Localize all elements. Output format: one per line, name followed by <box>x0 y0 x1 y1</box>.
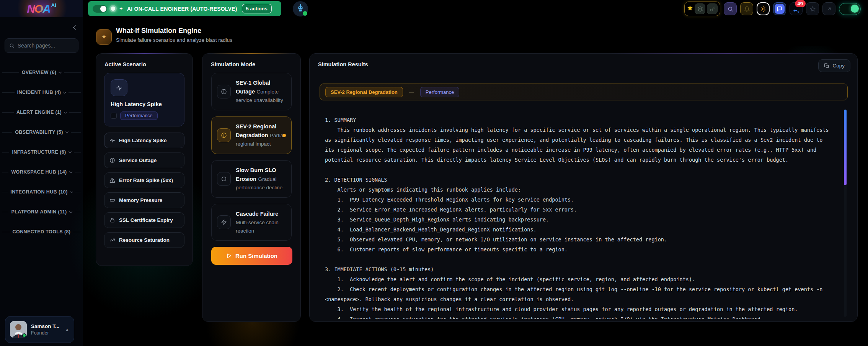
chevron-down-icon <box>65 130 69 133</box>
sun-icon <box>760 6 766 12</box>
scenario-high-latency-spike[interactable]: High Latency Spike <box>104 133 184 148</box>
notifications-bell-button[interactable] <box>740 2 753 15</box>
layers-icon <box>697 6 703 12</box>
scenario-service-outage[interactable]: Service Outage <box>104 153 184 168</box>
scenario-memory-pressure[interactable]: Memory Pressure <box>104 192 184 208</box>
sidebar-item-connected-tools[interactable]: CONNECTED TOOLS (8) <box>0 222 83 242</box>
topbar: NOA AI ✦ AI ON-CALL ENGINEER (AUTO-RESOL… <box>0 0 868 17</box>
user-profile-card[interactable]: Samson T... Founder ▲ <box>5 316 74 343</box>
sidebar-collapse-icon[interactable] <box>73 25 78 30</box>
caret-up-icon: ▲ <box>65 327 69 332</box>
results-scrollbar-track[interactable] <box>844 110 847 317</box>
sidebar-item-infrastructure[interactable]: INFRASTRUCTURE (6) <box>0 142 83 162</box>
ai-assistant-button[interactable] <box>293 1 308 16</box>
assistant-online-dot <box>303 11 307 16</box>
chevron-down-icon <box>63 90 66 93</box>
star-filled-icon[interactable] <box>687 5 693 13</box>
actions-count-button[interactable]: 5 actions <box>242 4 272 13</box>
chevron-down-icon <box>68 150 71 153</box>
alert-circle-icon <box>217 85 231 98</box>
sparkle-icon: ✦ <box>119 6 123 11</box>
user-role: Founder <box>31 330 59 336</box>
master-toggle[interactable] <box>839 3 861 15</box>
lock-icon <box>109 217 115 223</box>
active-scenario-title: Active Scenario <box>96 54 193 73</box>
chevron-down-icon <box>69 170 72 173</box>
chat-button[interactable] <box>773 2 786 15</box>
mode-cascade-failure[interactable]: Cascade Failure Multi-service chain reac… <box>211 204 292 241</box>
scenario-checkbox[interactable] <box>111 113 117 119</box>
sidebar-item-integration-hub[interactable]: INTEGRATION HUB (10) <box>0 182 83 202</box>
mode-sev2-regional-degradation[interactable]: SEV-2 Regional Degradation Partial regio… <box>211 116 292 154</box>
dash-separator: — <box>409 89 414 95</box>
chevron-down-icon <box>70 190 73 193</box>
chevron-down-icon <box>59 70 62 73</box>
logo-suffix: AI <box>51 2 56 8</box>
results-scrollbar-thumb[interactable] <box>844 110 847 185</box>
mode-sev1-global-outage[interactable]: SEV-1 Global Outage Complete service una… <box>211 73 292 110</box>
simulation-mode-panel: Simulation Mode SEV-1 Global Outage Comp… <box>202 53 301 322</box>
sidebar-item-alert-engine[interactable]: ALERT ENGINE (1) <box>0 102 83 122</box>
search-icon <box>728 6 733 12</box>
alert-circle-icon <box>109 157 115 163</box>
app-root: NOA AI ✦ AI ON-CALL ENGINEER (AUTO-RESOL… <box>0 0 868 346</box>
mode-title: Cascade Failure <box>236 211 278 217</box>
scenario-error-rate-spike[interactable]: Error Rate Spike (5xx) <box>104 172 184 188</box>
run-simulation-button[interactable]: Run Simulation <box>211 247 292 265</box>
app-logo[interactable]: NOA AI <box>0 0 83 17</box>
page-title: What-If Simulation Engine <box>116 27 201 35</box>
ai-oncall-label: AI ON-CALL ENGINEER (AUTO-RESOLVE) <box>127 6 237 12</box>
user-online-dot <box>22 333 26 338</box>
sidebar-nav: OVERVIEW (6) INCIDENT HUB (4) ALERT ENGI… <box>0 62 83 242</box>
status-glow-dot <box>111 7 115 11</box>
bell-icon <box>744 6 750 12</box>
ai-oncall-status-pill: ✦ AI ON-CALL ENGINEER (AUTO-RESOLVE) 5 a… <box>88 1 281 16</box>
sidebar-item-workspace-hub[interactable]: WORKSPACE HUB (14) <box>0 162 83 182</box>
scenario-resource-saturation[interactable]: Resource Saturation <box>104 232 184 248</box>
search-button[interactable] <box>724 2 737 15</box>
severity-badge: SEV-2 Regional Degradation <box>325 87 403 97</box>
expand-diagonal-icon <box>826 6 832 12</box>
category-badge: Performance <box>420 87 459 97</box>
star-outline-button[interactable] <box>806 2 819 15</box>
theme-toggle-button[interactable] <box>757 2 770 15</box>
simulation-results-title: Simulation Results <box>310 54 857 73</box>
key-icon <box>710 6 715 12</box>
search-input[interactable] <box>18 43 71 49</box>
notification-count-badge: 49 <box>795 0 806 7</box>
featured-scenario-name: High Latency Spike <box>111 101 178 107</box>
sidebar-item-incident-hub[interactable]: INCIDENT HUB (4) <box>0 82 83 102</box>
activity-icon <box>111 79 127 96</box>
scenario-ssl-certificate-expiry[interactable]: SSL Certificate Expiry <box>104 212 184 228</box>
logo-text: NOA <box>27 2 50 15</box>
warning-triangle-icon <box>109 177 115 183</box>
scenario-list: High Latency Spike Service Outage Error … <box>104 133 184 248</box>
copy-button[interactable]: Copy <box>818 59 850 72</box>
star-outline-icon <box>810 6 816 12</box>
page-icon: ✦ <box>96 29 112 45</box>
active-scenario-panel: Active Scenario High Latency Spike Perfo… <box>96 53 193 266</box>
sidebar-item-observability[interactable]: OBSERVABILITY (5) <box>0 122 83 142</box>
simulation-results-panel: Simulation Results Copy SEV-2 Regional D… <box>309 53 858 322</box>
alerts-counter-button[interactable]: 49 <box>790 2 803 15</box>
chevron-down-icon <box>69 210 72 213</box>
favorites-group <box>684 2 720 16</box>
trending-up-icon <box>109 237 115 243</box>
sparkles-icon: ✦ <box>101 33 106 41</box>
runbook-text: 1. SUMMARY This runbook addresses incide… <box>325 115 834 319</box>
layers-button[interactable] <box>695 3 705 14</box>
chat-bubble-icon <box>775 4 785 14</box>
circle-icon <box>217 172 231 186</box>
mode-slow-burn-slo-erosion[interactable]: Slow Burn SLO Erosion Gradual performanc… <box>211 160 292 198</box>
activity-icon <box>109 138 115 143</box>
expand-button[interactable] <box>822 2 835 15</box>
simulation-mode-title: Simulation Mode <box>202 54 300 73</box>
key-button[interactable] <box>707 3 718 14</box>
featured-scenario-card: High Latency Spike Performance <box>104 73 184 126</box>
zap-icon <box>217 215 231 229</box>
sidebar-item-overview[interactable]: OVERVIEW (6) <box>0 62 83 82</box>
play-icon <box>226 253 232 259</box>
results-banner: SEV-2 Regional Degradation — Performance <box>320 84 848 100</box>
auto-resolve-toggle[interactable] <box>93 5 107 13</box>
sidebar-item-platform-admin[interactable]: PLATFORM ADMIN (11) <box>0 202 83 222</box>
